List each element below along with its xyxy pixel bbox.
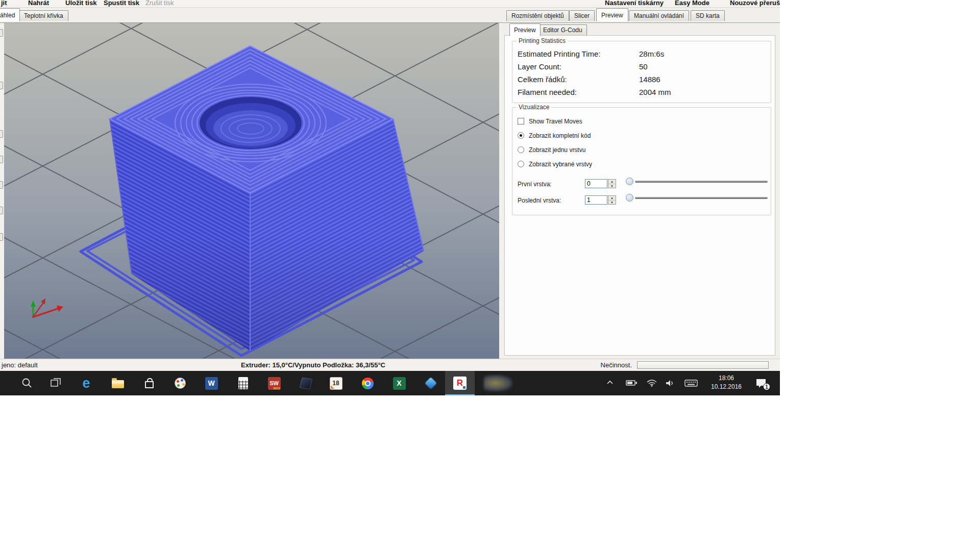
subtab-gcode-editor[interactable]: Editor G-Codu [538,24,587,35]
tray-chevron-icon[interactable] [606,378,614,387]
stat-value-filament: 2004 mm [639,88,671,96]
blurred-icon [484,375,512,391]
printing-statistics-group: Printing Statistics Estimated Printing T… [512,41,771,103]
left-toolbar-strip [0,23,4,359]
stat-value-print-time: 28m:6s [639,49,664,58]
blue-diamond-app-icon[interactable] [424,377,437,390]
preview-page: Printing Statistics Estimated Printing T… [504,35,775,356]
gcode-3d-viewport[interactable] [4,23,499,359]
left-toolbar-partial-icon[interactable] [0,29,3,37]
left-toolbar-partial-icon[interactable] [0,207,3,214]
stat-label-filament: Filament needed: [518,88,577,96]
show-layer-range-label: Zobrazit vybrané vrstvy [529,161,592,168]
toolbar-item-printer-settings[interactable]: Nastavení tiskárny [605,0,664,7]
left-toolbar-partial-icon[interactable] [0,156,3,163]
toolbar-item-save-print[interactable]: Uložit tisk [65,0,96,7]
solidworks-icon[interactable]: SW 2015 [267,377,281,390]
show-single-layer-label: Zobrazit jednu vrstvu [529,146,585,154]
app-status-bar: jeno: default Extruder: 15,0°C/Vypnuto P… [0,359,780,371]
tab-manual-control[interactable]: Manuální ovládání [629,10,689,21]
stat-label-total-lines: Celkem řádků: [518,75,567,84]
toolbar-item-quit[interactable]: jit [1,0,7,7]
chrome-icon[interactable] [361,377,374,390]
show-complete-code-radio[interactable] [518,132,524,139]
stat-value-layer-count: 50 [639,62,648,71]
first-layer-input[interactable] [585,179,607,188]
toolbar-item-load[interactable]: Nahrát [28,0,49,7]
search-icon[interactable] [20,377,34,390]
print-progress-bar [637,361,769,369]
visualization-title: Vizualizace [517,104,551,111]
stat-label-print-time: Estimated Printing Time: [518,49,601,58]
tab-slicer[interactable]: Slicer [569,10,595,21]
subtab-preview[interactable]: Preview [509,23,541,36]
repetier-host-window: jit Nahrát Uložit tisk Spustit tisk Zruš… [0,0,780,395]
clock-date: 10.12.2016 [705,383,747,391]
last-layer-label: Poslední vrstva: [518,197,561,204]
temperature-status: Extruder: 15,0°C/Vypnuto Podložka: 36,3/… [241,361,385,369]
edge-icon[interactable]: e [80,377,93,390]
left-toolbar-partial-icon[interactable] [0,181,3,189]
toolbar: jit Nahrát Uložit tisk Spustit tisk Zruš… [0,0,780,8]
preview-panel: Preview Editor G-Codu Printing Statistic… [503,23,780,359]
app-18-icon[interactable]: 18 [329,377,342,390]
touch-keyboard-icon[interactable] [684,380,698,389]
visualization-group: Vizualizace Show Travel Moves Zobrazit k… [512,107,771,215]
battery-icon[interactable] [626,380,638,389]
tab-sd-card[interactable]: SD karta [691,10,725,21]
tab-temperature-curve[interactable]: Teplotní křivka [19,10,68,21]
tab-object-placement[interactable]: Rozmístění objektů [506,10,569,21]
tab-strip: áhled Teplotní křivka Rozmístění objektů… [0,8,780,23]
last-layer-input[interactable] [585,195,607,205]
first-layer-slider-thumb[interactable] [626,178,633,185]
last-layer-slider-thumb[interactable] [626,194,633,202]
toolbar-item-start-print[interactable]: Spustit tisk [104,0,139,7]
repetier-taskbar-button[interactable]: R [445,371,475,395]
printing-statistics-title: Printing Statistics [517,37,568,44]
word-icon[interactable]: W [205,377,218,390]
speaker-icon[interactable] [665,379,675,389]
toolbar-item-easy-mode[interactable]: Easy Mode [675,0,709,7]
connection-status: jeno: default [2,361,38,369]
show-travel-moves-label: Show Travel Moves [529,118,582,125]
tab-3d-view[interactable]: áhled [0,8,20,21]
notification-badge: 1 [763,383,770,390]
wifi-icon[interactable] [646,379,657,389]
paint-palette-icon[interactable] [174,377,187,390]
printer-state: Nečinnost. [561,361,632,369]
gcode-preview-render [4,23,499,359]
left-toolbar-partial-icon[interactable] [0,82,3,89]
show-complete-code-label: Zobrazit kompletní kód [529,132,591,139]
last-layer-spinner[interactable]: ▲▼ [608,195,616,205]
stat-label-layer-count: Layer Count: [518,62,561,71]
file-explorer-icon[interactable] [111,377,125,390]
taskbar-clock[interactable]: 18:06 10.12.2016 [705,374,747,391]
store-icon[interactable] [142,377,156,390]
show-travel-moves-checkbox[interactable] [518,118,524,124]
stat-value-total-lines: 14886 [639,75,660,84]
clock-time: 18:06 [705,374,747,383]
left-toolbar-partial-icon[interactable] [0,130,3,138]
show-layer-range-radio[interactable] [518,161,524,167]
tab-preview[interactable]: Preview [596,8,628,21]
calculator-icon[interactable] [236,377,250,390]
toolbar-item-emergency-stop[interactable]: Nouzové přerušení [730,0,780,7]
toolbar-item-cancel-print: Zrušit tisk [145,0,174,7]
dark-app-icon[interactable] [299,377,312,390]
left-toolbar-partial-icon[interactable] [0,233,3,241]
windows-taskbar: e W SW 2015 18 [0,371,780,395]
repetier-icon: R [453,377,467,390]
last-layer-slider-track[interactable] [635,197,768,199]
show-single-layer-radio[interactable] [518,146,524,153]
first-layer-slider-track[interactable] [635,181,768,183]
first-layer-label: První vrstva: [518,181,552,188]
action-center-icon[interactable]: 1 [754,377,768,390]
task-view-icon[interactable] [49,377,62,390]
first-layer-spinner[interactable]: ▲▼ [608,179,616,188]
excel-icon[interactable]: X [393,377,406,390]
